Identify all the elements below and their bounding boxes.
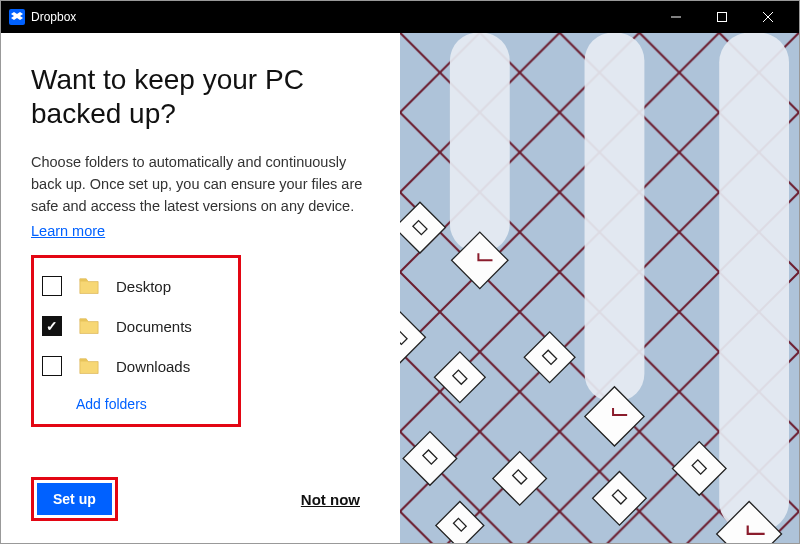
add-folders-link[interactable]: Add folders [76,396,230,412]
maximize-button[interactable] [699,1,745,33]
actions-row: Set up Not now [31,477,370,521]
folder-icon [78,357,100,375]
titlebar-title: Dropbox [31,10,76,24]
folder-label-desktop: Desktop [116,278,171,295]
svg-rect-12 [450,33,510,252]
setup-button[interactable]: Set up [37,483,112,515]
close-button[interactable] [745,1,791,33]
app-window: Dropbox Want to keep your PC backed up? … [0,0,800,544]
page-heading: Want to keep your PC backed up? [31,63,370,130]
folder-row-downloads[interactable]: Downloads [42,346,230,386]
titlebar: Dropbox [1,1,799,33]
svg-rect-1 [718,13,727,22]
page-subtext: Choose folders to automatically and cont… [31,152,370,217]
decorative-illustration [400,33,799,543]
folder-label-documents: Documents [116,318,192,335]
checkbox-downloads[interactable] [42,356,62,376]
checkbox-documents[interactable] [42,316,62,336]
minimize-button[interactable] [653,1,699,33]
folder-icon [78,317,100,335]
svg-rect-13 [585,33,645,402]
not-now-link[interactable]: Not now [301,491,360,508]
folder-icon [78,277,100,295]
dropbox-icon [9,9,25,25]
folder-list-annotation: Desktop Documents Downloads Add fol [31,255,241,427]
content: Want to keep your PC backed up? Choose f… [1,33,799,543]
checkbox-desktop[interactable] [42,276,62,296]
setup-annotation: Set up [31,477,118,521]
learn-more-link[interactable]: Learn more [31,223,370,239]
left-pane: Want to keep your PC backed up? Choose f… [1,33,400,543]
folder-row-desktop[interactable]: Desktop [42,266,230,306]
folder-label-downloads: Downloads [116,358,190,375]
svg-rect-14 [719,33,789,531]
folder-row-documents[interactable]: Documents [42,306,230,346]
